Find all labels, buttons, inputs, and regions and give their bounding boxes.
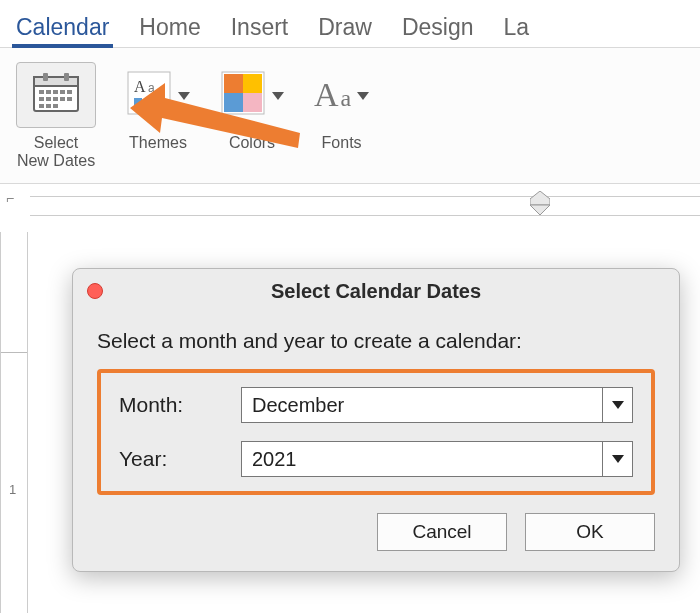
chevron-down-icon <box>357 92 369 100</box>
tab-home[interactable]: Home <box>135 6 204 47</box>
chevron-down-icon <box>178 92 190 100</box>
svg-rect-11 <box>53 97 58 101</box>
dialog-button-row: Cancel OK <box>97 513 655 551</box>
svg-rect-25 <box>224 74 243 93</box>
svg-rect-3 <box>64 73 69 81</box>
tab-stop-icon: ⌐ <box>6 190 14 206</box>
svg-rect-4 <box>39 90 44 94</box>
year-dropdown-button[interactable] <box>602 442 632 476</box>
month-input[interactable] <box>242 388 602 422</box>
ribbon-panel: Select New Dates A a Themes <box>0 48 700 184</box>
ribbon-group-themes: A a Themes <box>126 62 190 152</box>
svg-marker-29 <box>272 92 284 100</box>
svg-rect-27 <box>224 93 243 112</box>
tab-draw[interactable]: Draw <box>314 6 376 47</box>
indent-marker-icon[interactable] <box>530 191 550 221</box>
svg-rect-15 <box>46 104 51 108</box>
tab-calendar[interactable]: Calendar <box>12 6 113 47</box>
svg-rect-10 <box>46 97 51 101</box>
svg-rect-9 <box>39 97 44 101</box>
svg-rect-20 <box>134 98 142 106</box>
tab-insert[interactable]: Insert <box>227 6 293 47</box>
select-new-dates-label: Select New Dates <box>17 134 95 171</box>
svg-rect-12 <box>60 97 65 101</box>
letter-icon: A <box>314 78 339 112</box>
month-dropdown-button[interactable] <box>602 388 632 422</box>
colors-label: Colors <box>229 134 275 152</box>
svg-rect-13 <box>67 97 72 101</box>
fonts-button[interactable]: Aa <box>314 78 351 112</box>
tab-design[interactable]: Design <box>398 6 478 47</box>
tab-layout[interactable]: La <box>500 6 534 47</box>
close-window-button[interactable] <box>87 283 103 299</box>
fonts-dropdown-caret[interactable] <box>357 87 369 103</box>
year-label: Year: <box>119 447 229 471</box>
colors-dropdown-caret[interactable] <box>272 87 284 103</box>
svg-rect-26 <box>243 74 262 93</box>
colors-button[interactable] <box>220 70 266 120</box>
svg-marker-23 <box>178 92 190 100</box>
month-combobox[interactable] <box>241 387 633 423</box>
svg-marker-35 <box>612 455 624 463</box>
fonts-label: Fonts <box>322 134 362 152</box>
svg-marker-31 <box>530 191 550 205</box>
ribbon-group-select-dates: Select New Dates <box>16 62 96 171</box>
calendar-icon <box>31 71 81 119</box>
year-input[interactable] <box>242 442 602 476</box>
dialog-title: Select Calendar Dates <box>271 280 481 303</box>
svg-text:A: A <box>134 78 146 95</box>
year-combobox[interactable] <box>241 441 633 477</box>
chevron-down-icon <box>272 92 284 100</box>
cancel-button[interactable]: Cancel <box>377 513 507 551</box>
horizontal-ruler: ⌐ <box>0 184 700 224</box>
svg-rect-16 <box>53 104 58 108</box>
svg-rect-2 <box>43 73 48 81</box>
letter-icon: a <box>341 86 352 110</box>
date-fields-highlight-box: Month: Year: <box>97 369 655 495</box>
svg-rect-8 <box>67 90 72 94</box>
svg-rect-5 <box>46 90 51 94</box>
svg-rect-1 <box>34 77 78 86</box>
themes-dropdown-caret[interactable] <box>178 87 190 103</box>
triangle-down-icon <box>612 401 624 409</box>
svg-marker-32 <box>530 205 550 215</box>
svg-rect-22 <box>154 98 162 106</box>
svg-text:a: a <box>148 81 155 95</box>
ribbon-group-colors: Colors <box>220 62 284 152</box>
ribbon-group-fonts: Aa Fonts <box>314 62 369 152</box>
svg-marker-34 <box>612 401 624 409</box>
select-calendar-dates-dialog: Select Calendar Dates Select a month and… <box>72 268 680 572</box>
svg-rect-21 <box>144 98 152 106</box>
svg-rect-14 <box>39 104 44 108</box>
dialog-prompt: Select a month and year to create a cale… <box>97 329 655 353</box>
dialog-titlebar[interactable]: Select Calendar Dates <box>73 269 679 313</box>
ok-button[interactable]: OK <box>525 513 655 551</box>
svg-rect-28 <box>243 93 262 112</box>
dialog-body: Select a month and year to create a cale… <box>73 313 679 571</box>
select-new-dates-button[interactable] <box>16 62 96 128</box>
vertical-ruler: 1 <box>0 232 28 613</box>
triangle-down-icon <box>612 455 624 463</box>
svg-rect-6 <box>53 90 58 94</box>
ribbon-tabbar: Calendar Home Insert Draw Design La <box>0 0 700 48</box>
month-label: Month: <box>119 393 229 417</box>
svg-rect-7 <box>60 90 65 94</box>
themes-button[interactable]: A a <box>126 70 172 120</box>
ruler-tick-label: 1 <box>9 482 16 497</box>
svg-marker-30 <box>357 92 369 100</box>
themes-label: Themes <box>129 134 187 152</box>
